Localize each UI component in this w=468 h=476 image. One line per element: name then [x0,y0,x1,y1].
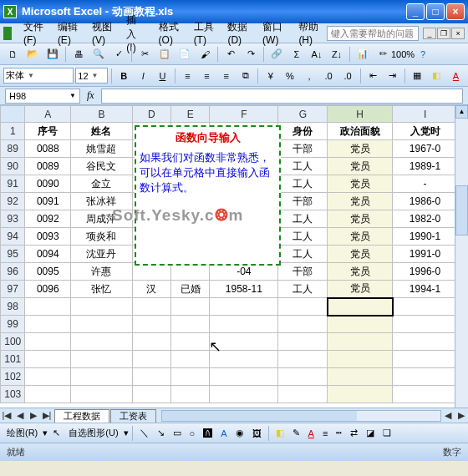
borders-button[interactable]: ▦ [409,67,426,85]
hscroll-thumb[interactable] [162,411,357,421]
select-all-corner[interactable] [1,106,25,123]
row-header[interactable]: 92 [1,193,25,210]
cell[interactable]: 沈亚丹 [71,246,133,263]
font-size-combo[interactable]: 12▼ [75,68,107,84]
cell[interactable] [25,333,71,351]
cell[interactable] [393,386,458,403]
cell[interactable]: 1991-0 [393,246,458,263]
cell[interactable] [278,386,328,403]
row-header[interactable]: 99 [1,316,25,333]
cell[interactable] [25,386,71,403]
cell[interactable]: 1967-0 [393,140,458,158]
maximize-button[interactable]: □ [426,3,445,20]
cell[interactable] [25,368,71,386]
cell[interactable] [132,351,170,368]
cell[interactable]: 金立 [71,175,133,193]
help-search-input[interactable] [327,26,419,41]
cell[interactable] [278,351,328,368]
minimize-button[interactable]: _ [406,3,425,20]
cell[interactable]: 1990-1 [393,228,458,246]
align-left-button[interactable]: ≡ [179,67,196,85]
tab-nav-prev[interactable]: ◀ [13,410,27,421]
cell[interactable] [278,316,328,333]
cell[interactable] [171,368,210,386]
shadow-icon[interactable]: ◪ [363,428,378,438]
cell[interactable]: 1958-11 [210,281,278,298]
cell[interactable] [210,333,278,351]
arrow-style-icon[interactable]: ⇄ [347,428,361,438]
menu-window[interactable]: 窗口(W) [256,18,292,48]
cell[interactable]: 0090 [25,175,71,193]
tab-nav-next[interactable]: ▶ [27,410,40,421]
underline-button[interactable]: U [154,67,171,85]
cell[interactable]: 党员 [328,263,393,281]
cell[interactable]: 0088 [25,140,71,158]
row-header[interactable]: 91 [1,175,25,193]
save-button[interactable]: 💾 [43,45,62,63]
cell[interactable] [132,386,170,403]
oval-icon[interactable]: ○ [186,428,199,438]
cell[interactable] [328,298,393,316]
print-button[interactable]: 🖶 [69,45,88,63]
cell[interactable]: 干部 [278,193,328,210]
cell[interactable]: 党员 [328,175,393,193]
cell[interactable]: 工人 [278,246,328,263]
cell[interactable]: 党员 [328,140,393,158]
cell[interactable] [171,298,210,316]
menu-edit[interactable]: 编辑(E) [51,18,85,48]
cell[interactable]: 0095 [25,263,71,281]
arrow-icon[interactable]: ↘ [154,428,168,438]
cell[interactable]: 工人 [278,175,328,193]
close-button[interactable]: × [446,3,465,20]
cut-button[interactable]: ✂ [135,45,154,63]
autoshapes-menu[interactable]: 自选图形(U) [65,427,121,439]
drawing-toggle-button[interactable]: ✏ [374,45,392,63]
cell[interactable] [393,316,458,333]
font-color-button[interactable]: A [447,67,465,85]
cell[interactable]: 政治面貌 [328,123,393,140]
cell[interactable] [25,351,71,368]
cell[interactable] [278,368,328,386]
cell[interactable] [210,351,278,368]
app-menu-icon[interactable] [3,27,12,40]
cell[interactable]: 张忆 [71,281,133,298]
spelling-button[interactable]: ✓ [109,45,128,63]
row-header[interactable]: 96 [1,263,25,281]
horizontal-scrollbar[interactable] [161,410,441,422]
draw-menu[interactable]: 绘图(R) [3,427,41,439]
row-header[interactable]: 95 [1,246,25,263]
cell[interactable] [71,316,133,333]
font-name-combo[interactable]: 宋体▼ [3,68,74,84]
cell[interactable] [278,333,328,351]
cell[interactable]: 0093 [25,228,71,246]
name-box[interactable]: H98▼ [5,89,80,104]
cell[interactable]: 干部 [278,263,328,281]
formula-input[interactable] [101,89,463,104]
sheet-tab[interactable]: 工资表 [110,409,156,423]
fill-color-icon[interactable]: ◧ [272,428,287,438]
row-header[interactable]: 90 [1,158,25,175]
menu-tools[interactable]: 工具(T) [187,18,221,48]
cell[interactable] [25,298,71,316]
scroll-thumb[interactable] [455,185,468,235]
copy-button[interactable]: 📋 [155,45,174,63]
col-header[interactable]: F [210,106,278,123]
menu-data[interactable]: 数据(D) [221,18,256,48]
comment-balloon[interactable]: 函数向导输入 如果我们对函数非常熟悉，可以在单元格中直接输入函数计算式。 [135,125,281,266]
decrease-indent-button[interactable]: ⇤ [364,67,382,85]
cell[interactable] [328,316,393,333]
cell[interactable]: - [393,175,458,193]
col-header[interactable]: B [71,106,133,123]
line-color-icon[interactable]: ✎ [289,428,303,438]
dash-style-icon[interactable]: ┅ [333,428,345,438]
autosum-button[interactable]: Σ [287,45,306,63]
line-style-icon[interactable]: ≡ [319,428,331,438]
cell[interactable]: 1994-1 [393,281,458,298]
cell[interactable]: 工人 [278,281,328,298]
cell[interactable] [25,316,71,333]
row-header[interactable]: 103 [1,386,25,403]
scroll-up-button[interactable]: ▲ [455,105,468,119]
cell[interactable]: 姚雪超 [71,140,133,158]
merge-center-button[interactable]: ⧉ [237,67,254,85]
cell[interactable] [71,298,133,316]
